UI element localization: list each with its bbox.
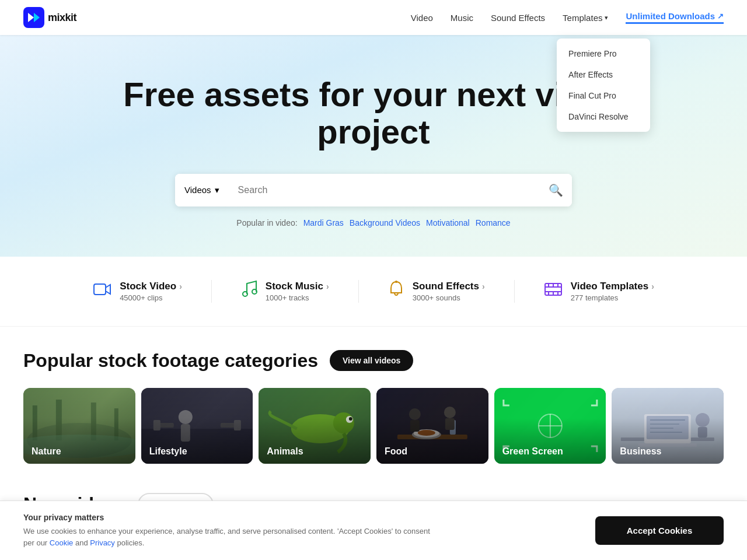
popular-tag-romance[interactable]: Romance [476,218,511,228]
cookie-text: Your privacy matters We use cookies to e… [23,513,432,544]
category-green-screen[interactable]: Green Screen [494,388,606,464]
category-nature[interactable]: Nature [23,388,135,464]
privacy-policy-link[interactable]: Privacy [90,538,115,544]
stats-row: Stock Video › 45000+ clips Stock Music ›… [0,257,747,327]
cookie-actions: Accept Cookies [595,516,724,544]
music-icon [241,280,257,303]
dropdown-davinci-resolve[interactable]: DaVinci Resolve [557,106,650,127]
external-link-icon: ↗ [717,12,724,20]
stat-sound-effects[interactable]: Sound Effects › 3000+ sounds [359,280,515,303]
cookie-title: Your privacy matters [23,513,432,522]
video-icon [93,280,111,303]
popular-tag-mardi-gras[interactable]: Mardi Gras [303,218,344,228]
dropdown-after-effects[interactable]: After Effects [557,64,650,85]
stat-music-title: Stock Music [266,281,323,292]
dropdown-premiere-pro[interactable]: Premiere Pro [557,43,650,64]
search-input[interactable] [229,174,539,206]
categories-title: Popular stock footage categories [23,350,318,372]
category-animals-label: Animals [267,446,303,457]
templates-chevron-icon: ▾ [605,14,608,22]
category-grid: Nature Lifestyle [23,388,724,464]
search-button[interactable]: 🔍 [539,174,572,206]
categories-section: Popular stock footage categories View al… [0,327,747,475]
stat-stock-music[interactable]: Stock Music › 1000+ tracks [212,280,359,303]
templates-wrapper: Templates ▾ Premiere Pro After Effects F… [563,13,608,23]
nav-sound-effects[interactable]: Sound Effects [491,13,545,23]
stat-video-count: 45000+ clips [120,293,182,302]
category-business[interactable]: Business [612,388,724,464]
stat-stock-video[interactable]: Stock Video › 45000+ clips [64,280,212,303]
nav-unlimited-downloads[interactable]: Unlimited Downloads ↗ [626,11,724,24]
dropdown-final-cut-pro[interactable]: Final Cut Pro [557,85,650,106]
category-food-label: Food [385,446,407,457]
popular-tag-background-videos[interactable]: Background Videos [350,218,420,228]
categories-header: Popular stock footage categories View al… [23,350,724,372]
search-bar: Videos ▾ 🔍 [175,174,572,206]
stat-video-title: Stock Video [120,281,176,292]
logo-text: mixkit [48,12,76,24]
bell-icon [388,280,404,303]
popular-label: Popular in video: [236,218,297,228]
stat-video-arrow-icon: › [179,282,182,291]
search-icon: 🔍 [549,183,563,197]
templates-dropdown: Premiere Pro After Effects Final Cut Pro… [557,38,650,132]
stat-templates-title: Video Templates [571,281,649,292]
category-nature-label: Nature [32,446,61,457]
cookie-banner: Your privacy matters We use cookies to e… [0,501,747,544]
stat-sound-count: 3000+ sounds [413,293,485,302]
view-all-videos-button[interactable]: View all videos [330,350,413,371]
nav-templates[interactable]: Templates ▾ [563,13,608,23]
logo[interactable]: mixkit [23,7,76,28]
cookie-policy-link[interactable]: Cookie [50,538,73,544]
category-animals[interactable]: Animals [259,388,371,464]
category-lifestyle[interactable]: Lifestyle [141,388,253,464]
svg-rect-1 [94,284,106,295]
search-type-chevron-icon: ▾ [215,185,219,195]
stat-templates-count: 277 templates [571,293,654,302]
search-type-label: Videos [184,185,211,195]
film-icon [544,280,563,303]
search-type-selector[interactable]: Videos ▾ [175,174,229,206]
popular-tags: Popular in video: Mardi Gras Background … [23,218,724,228]
nav-video[interactable]: Video [411,13,433,23]
stat-music-count: 1000+ tracks [266,293,329,302]
popular-tag-motivational[interactable]: Motivational [426,218,470,228]
category-lifestyle-label: Lifestyle [149,446,187,457]
accept-cookies-button[interactable]: Accept Cookies [595,516,724,544]
stat-video-templates[interactable]: Video Templates › 277 templates [515,280,683,303]
stat-templates-arrow-icon: › [651,282,654,291]
svg-point-4 [395,281,397,283]
navbar: mixkit Video Music Sound Effects Templat… [0,0,747,35]
category-food[interactable]: Food [376,388,488,464]
stat-sound-arrow-icon: › [482,282,485,291]
cookie-description: We use cookies to enhance your experienc… [23,526,432,544]
category-green-screen-label: Green Screen [502,446,563,457]
stat-music-arrow-icon: › [326,282,329,291]
category-business-label: Business [620,446,661,457]
stat-sound-title: Sound Effects [413,281,479,292]
nav-music[interactable]: Music [451,13,473,23]
nav-links: Video Music Sound Effects Templates ▾ Pr… [411,11,724,24]
